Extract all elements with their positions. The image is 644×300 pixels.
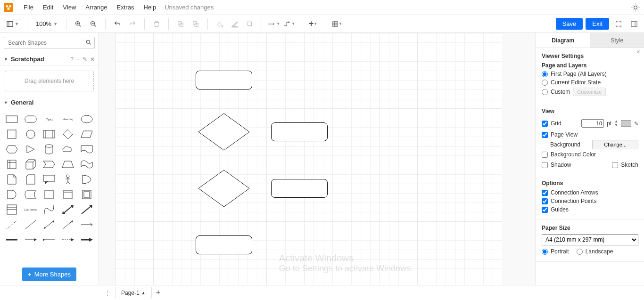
tab-diagram[interactable]: Diagram [536, 33, 590, 48]
change-background-button[interactable]: Change... [592, 140, 638, 149]
radio-first-page[interactable] [542, 71, 548, 77]
shape-step[interactable] [41, 158, 58, 170]
shape-diamond[interactable] [60, 128, 76, 140]
shape-hexagon[interactable] [4, 143, 20, 155]
radio-custom[interactable] [542, 89, 548, 95]
radio-current-editor[interactable] [542, 80, 548, 86]
shape-parallelogram[interactable] [79, 128, 95, 140]
shape-list-item[interactable]: List Item [23, 203, 39, 216]
shape-connector-5[interactable] [79, 234, 95, 246]
shape-triangle[interactable] [23, 143, 39, 155]
shape-frame[interactable] [79, 188, 95, 201]
shape-directional-connector[interactable] [60, 219, 76, 231]
shape-ellipse[interactable] [79, 113, 95, 125]
shape-link[interactable] [79, 219, 95, 231]
radio-portrait[interactable] [542, 249, 548, 255]
shape-square[interactable] [4, 128, 20, 140]
shape-card[interactable] [23, 173, 39, 186]
grid-step-down-icon[interactable]: ▼ [614, 123, 618, 127]
shape-thick-line[interactable] [4, 234, 20, 246]
scratchpad-edit-icon[interactable]: ✎ [83, 56, 87, 63]
zoom-in-icon[interactable] [72, 18, 84, 30]
shape-cloud[interactable] [60, 143, 76, 155]
paper-size-select[interactable]: A4 (210 mm x 297 mm) [542, 234, 638, 245]
menu-extras[interactable]: Extras [112, 2, 139, 13]
checkbox-grid[interactable] [542, 121, 548, 127]
edit-grid-color-icon[interactable]: ✎ [634, 121, 638, 127]
canvas-rounded-rect-3[interactable] [271, 179, 328, 198]
scratchpad-add-icon[interactable]: + [76, 56, 80, 63]
checkbox-shadow[interactable] [542, 162, 548, 168]
canvas-rounded-rect-1[interactable] [196, 71, 252, 89]
zoom-out-icon[interactable] [87, 18, 99, 30]
undo-icon[interactable] [111, 18, 124, 30]
waypoints-dropdown[interactable]: ▼ [283, 18, 295, 30]
shape-tape[interactable] [79, 158, 95, 170]
scratchpad-header[interactable]: ▼ Scratchpad ? + ✎ ✕ [0, 53, 99, 66]
shape-note[interactable] [4, 173, 20, 186]
shape-cube[interactable] [23, 158, 39, 170]
shape-rectangle[interactable] [4, 113, 20, 125]
shape-titled-container[interactable] [60, 188, 76, 201]
shape-data-storage[interactable] [23, 188, 39, 201]
scratchpad-dropzone[interactable]: Drag elements here [5, 71, 94, 91]
menu-view[interactable]: View [58, 2, 81, 13]
format-panel-toggle-icon[interactable] [628, 18, 640, 30]
shape-document[interactable] [79, 143, 95, 155]
shape-connector-2[interactable] [23, 234, 39, 246]
zoom-dropdown[interactable]: 100%▼ [33, 19, 60, 28]
shape-and[interactable] [4, 188, 20, 201]
general-shapes-header[interactable]: ▼ General [0, 96, 99, 109]
sidebar-toggle-button[interactable]: ▼ [4, 19, 21, 29]
shape-textbox[interactable]: Heading [60, 113, 76, 125]
checkbox-page-view[interactable] [542, 132, 548, 138]
add-page-button[interactable]: + [152, 286, 165, 300]
checkbox-background-color[interactable] [542, 152, 548, 158]
close-format-panel-icon[interactable]: × [636, 48, 640, 56]
save-button[interactable]: Save [556, 18, 583, 30]
page-tab-1[interactable]: Page-1▲ [115, 287, 152, 299]
scratchpad-close-icon[interactable]: ✕ [90, 56, 95, 63]
menu-edit[interactable]: Edit [38, 2, 58, 13]
shape-list[interactable] [4, 203, 20, 216]
shape-or[interactable] [79, 173, 95, 186]
canvas-diamond-1[interactable] [198, 113, 250, 153]
theme-toggle-icon[interactable] [631, 3, 640, 12]
shape-internal-storage[interactable] [4, 158, 20, 170]
tab-style[interactable]: Style [590, 33, 644, 48]
insert-dropdown[interactable]: +▼ [307, 18, 319, 30]
shape-curve[interactable] [41, 203, 58, 216]
shape-process[interactable] [41, 128, 58, 140]
page-caret-icon[interactable]: ▲ [141, 291, 146, 295]
table-dropdown[interactable]: ▼ [331, 18, 343, 30]
canvas-rounded-rect-4[interactable] [196, 235, 252, 254]
shape-connector-3[interactable] [41, 234, 58, 246]
shape-dashed-line[interactable] [4, 219, 20, 231]
shape-callout[interactable] [41, 173, 58, 186]
drawing-page[interactable] [116, 33, 502, 285]
checkbox-sketch[interactable] [612, 162, 618, 168]
canvas-diamond-2[interactable] [198, 170, 250, 209]
shape-text[interactable]: Text [41, 113, 58, 125]
shape-bidirectional-arrow[interactable] [60, 203, 76, 216]
shape-circle[interactable] [23, 128, 39, 140]
shape-line[interactable] [23, 219, 39, 231]
search-icon[interactable] [85, 39, 92, 48]
shape-rounded-rectangle[interactable] [23, 113, 39, 125]
canvas-rounded-rect-2[interactable] [271, 122, 328, 141]
menu-file[interactable]: File [19, 2, 38, 13]
shape-connector-4[interactable] [60, 234, 76, 246]
shape-container[interactable] [41, 188, 58, 201]
shape-bidirectional-connector[interactable] [41, 219, 58, 231]
scratchpad-help-icon[interactable]: ? [70, 56, 74, 63]
canvas[interactable]: Activate Windows Go to Settings to activ… [99, 33, 536, 285]
menu-arrange[interactable]: Arrange [81, 2, 112, 13]
menu-help[interactable]: Help [139, 2, 161, 13]
shape-actor[interactable] [60, 173, 76, 186]
exit-button[interactable]: Exit [586, 18, 609, 30]
search-shapes-input[interactable] [4, 37, 95, 49]
shape-cylinder[interactable] [41, 143, 58, 155]
connection-dropdown[interactable]: ▼ [268, 18, 280, 30]
shape-arrow[interactable] [79, 203, 95, 216]
radio-landscape[interactable] [577, 249, 583, 255]
